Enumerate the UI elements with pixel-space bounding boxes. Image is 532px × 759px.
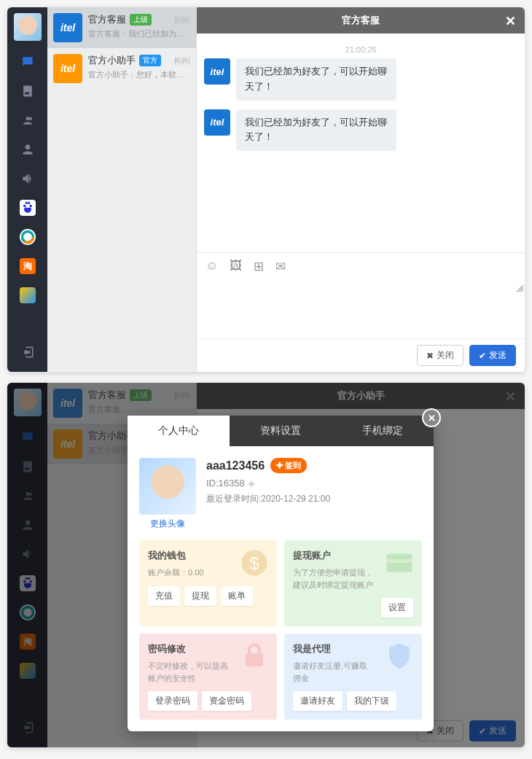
timestamp: 21:00:26 [204,45,517,54]
message: itel 我们已经加为好友了，可以开始聊天了！ [204,58,517,101]
username-text: aaa123456 [206,459,265,472]
chat-window-2: 淘 itel 官方客服 上级 官方客服… 刚刚 itel 官方小助手 官方小助手… [7,383,525,747]
card-subtitle: 不定时修改，可以提高账户的安全性 [148,660,228,684]
svg-point-1 [29,205,32,208]
left-sidebar: 淘 [7,7,47,372]
conversation-preview: 官方小助手：您好，本软件正在... [88,69,190,80]
chat-footer: ✖ 关闭 ✔ 发送 [197,338,525,372]
svg-point-0 [23,205,26,208]
send-button[interactable]: ✔ 发送 [469,345,516,366]
modal-close-icon[interactable]: ✕ [422,408,441,427]
svg-point-3 [28,202,30,204]
taobao-icon[interactable]: 淘 [20,258,36,274]
bills-button[interactable]: 账单 [221,586,253,606]
shield-icon [384,641,415,672]
wallet-icon: $ [239,548,270,578]
close-button[interactable]: ✖ 关闭 [417,345,463,366]
last-login: 最近登录时间:2020-12-29 21:00 [206,493,422,505]
speaker-icon[interactable] [20,171,36,187]
chat-title: 官方客服 [342,14,380,27]
tab-profile[interactable]: 个人中心 [128,416,230,446]
conversation-avatar: itel [53,54,82,83]
contacts-icon[interactable] [20,83,36,99]
conversation-preview: 官方客服：我们已经加为好友了... [88,28,190,39]
conversation-name: 官方小助手 [88,54,136,67]
fund-password-button[interactable]: 资金密码 [202,691,251,711]
conversation-badge: 上级 [130,14,152,26]
message: itel 我们已经加为好友了，可以开始聊天了！ [204,109,517,152]
invite-button[interactable]: 邀请好友 [293,691,343,711]
conversation-item[interactable]: itel 官方小助手 官方 官方小助手：您好，本软件正在... 刚刚 [47,48,196,89]
emoji-icon[interactable]: ☺ [206,259,218,274]
message-bubble: 我们已经加为好友了，可以开始聊天了！ [236,58,396,101]
message-bubble: 我们已经加为好友了，可以开始聊天了！ [236,109,396,152]
conversation-avatar: itel [53,13,82,42]
recharge-button[interactable]: 充值 [148,586,180,606]
conversation-name: 官方客服 [88,13,126,26]
setup-button[interactable]: 设置 [381,598,413,618]
tab-settings[interactable]: 资料设置 [230,416,332,446]
edge-icon[interactable] [20,287,36,303]
conversation-item[interactable]: itel 官方客服 上级 官方客服：我们已经加为好友了... 刚刚 [47,7,196,48]
message-area: 21:00:26 itel 我们已经加为好友了，可以开始聊天了！ itel 我们… [197,34,525,252]
lock-icon [239,641,270,672]
password-card: 密码修改 不定时修改，可以提高账户的安全性 登录密码 资金密码 [139,634,277,720]
login-password-button[interactable]: 登录密码 [148,691,197,711]
tencent-icon[interactable] [20,229,36,245]
card-icon [384,548,415,578]
close-icon[interactable]: ✕ [505,13,516,29]
svg-rect-15 [246,654,264,667]
profile-icon[interactable] [20,141,36,157]
change-avatar-link[interactable]: 更换头像 [139,518,196,530]
level-icon: ◈ [248,478,255,489]
wallet-card: $ 我的钱包 账户余额：0.00 充值 提现 账单 [139,540,277,626]
conversation-badge: 官方 [139,55,161,66]
user-avatar[interactable] [14,13,42,41]
card-subtitle: 邀请好友注册,可赚取佣金 [293,660,373,684]
baidu-icon[interactable] [20,200,36,216]
conversation-list: itel 官方客服 上级 官方客服：我们已经加为好友了... 刚刚 itel 官… [47,7,197,372]
profile-avatar [139,458,196,515]
svg-text:$: $ [249,553,259,573]
resize-grip[interactable] [516,284,523,292]
image-icon[interactable]: 🖼 [230,259,242,274]
logout-icon[interactable] [20,344,36,360]
input-toolbar: ☺ 🖼 ⊞ ✉ [197,252,525,280]
withdraw-button[interactable]: 提现 [184,586,216,606]
chat-panel: 官方客服 ✕ 21:00:26 itel 我们已经加为好友了，可以开始聊天了！ … [197,7,525,372]
svg-point-2 [25,202,27,204]
conversation-time: 刚刚 [174,55,190,66]
chat-icon[interactable] [20,54,36,70]
svg-rect-14 [387,559,412,563]
downline-button[interactable]: 我的下级 [347,691,396,711]
withdraw-account-card: 提现账户 为了方便您申请提现，建议及时绑定提现账户 设置 [284,540,422,626]
tab-phone-bind[interactable]: 手机绑定 [332,416,434,446]
agent-card: 我是代理 邀请好友注册,可赚取佣金 邀请好友 我的下级 [284,634,422,720]
card-subtitle: 为了方便您申请提现，建议及时绑定提现账户 [293,567,373,591]
conversation-time: 刚刚 [174,15,190,26]
chat-window-1: 淘 itel 官方客服 上级 官方客服：我们已经加为好友了... 刚刚 itel… [7,7,525,372]
message-input[interactable] [197,280,525,338]
user-id: ID:16358 [206,478,245,489]
profile-modal: ✕ 个人中心 资料设置 手机绑定 更换头像 aaa123456 ✚ 签到 ID:… [128,416,434,731]
mail-icon[interactable]: ✉ [275,259,286,274]
modal-tabs: 个人中心 资料设置 手机绑定 [128,416,434,446]
message-avatar: itel [204,58,230,85]
group-icon[interactable] [20,112,36,128]
message-avatar: itel [204,109,230,136]
video-icon[interactable]: ⊞ [254,259,264,274]
card-subtitle: 账户余额：0.00 [148,567,228,579]
signin-button[interactable]: ✚ 签到 [270,458,307,473]
chat-header: 官方客服 ✕ [197,7,525,34]
